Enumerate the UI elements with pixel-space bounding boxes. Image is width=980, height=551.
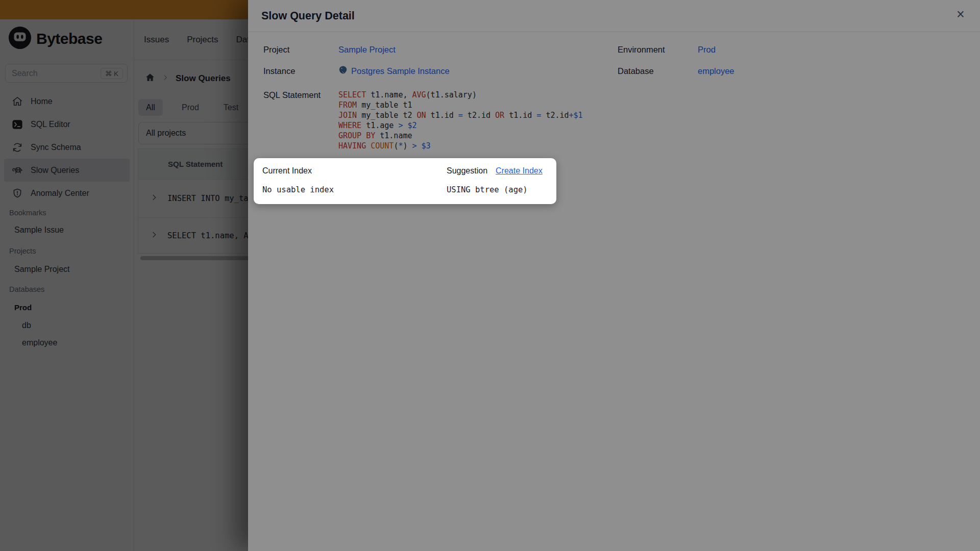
- index-card-values-row: No usable index USING btree (age): [262, 184, 556, 195]
- screen: Bytebase Search ⌘ K Home: [0, 0, 980, 551]
- index-card-labels-row: Current Index Suggestion Create Index: [262, 165, 556, 176]
- create-index-link[interactable]: Create Index: [496, 166, 543, 176]
- current-index-value: No usable index: [262, 185, 334, 194]
- suggestion-value: USING btree (age): [447, 185, 528, 194]
- current-index-label: Current Index: [262, 166, 312, 176]
- highlight-backdrop[interactable]: [0, 0, 980, 551]
- suggestion-label: Suggestion: [447, 166, 487, 176]
- index-advisor-card: Current Index Suggestion Create Index No…: [254, 158, 556, 204]
